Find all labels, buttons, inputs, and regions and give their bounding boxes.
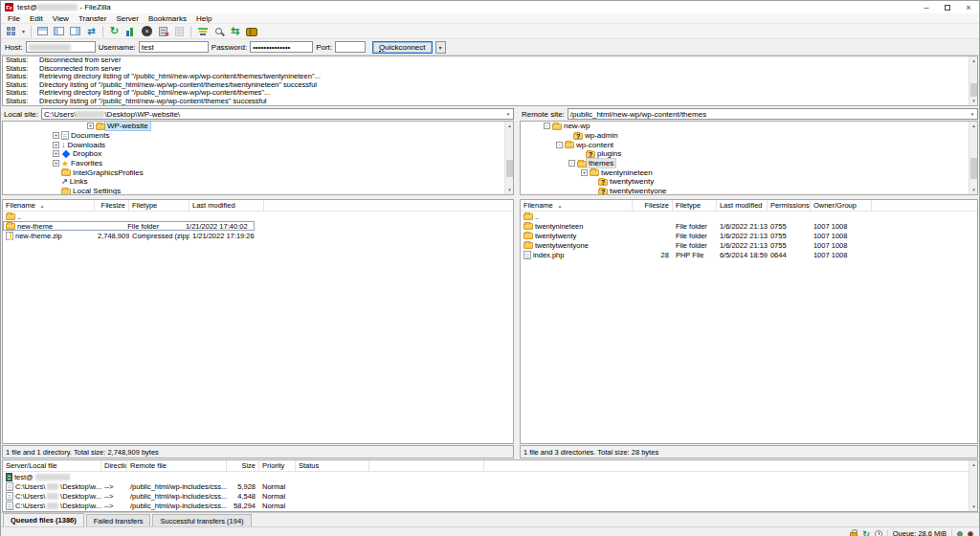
expand-icon[interactable]: + xyxy=(53,150,59,157)
tree-item-wp-admin[interactable]: wp-admin xyxy=(521,131,977,141)
tree-item-wp-website[interactable]: + WP-website xyxy=(3,122,513,131)
column-filetype[interactable]: Filetype xyxy=(129,200,189,211)
tree-item-wp-content[interactable]: - wp-content xyxy=(521,140,977,149)
maximize-button[interactable] xyxy=(937,1,958,13)
refresh-icon[interactable]: ↻ xyxy=(106,25,122,38)
file-row-parent[interactable]: .. xyxy=(521,212,977,221)
scroll-up-icon[interactable]: ▴ xyxy=(969,122,978,130)
toggle-queue-icon[interactable]: ⇄ xyxy=(83,25,100,38)
password-input[interactable] xyxy=(250,41,313,53)
toggle-remote-tree-icon[interactable] xyxy=(67,25,83,38)
tree-item-twentynineteen[interactable]: + twentynineteen xyxy=(521,168,977,177)
toggle-log-icon[interactable] xyxy=(34,25,51,38)
scroll-up-icon[interactable]: ▴ xyxy=(969,460,978,469)
close-button[interactable]: × xyxy=(958,1,979,13)
process-queue-icon[interactable] xyxy=(122,25,139,38)
menu-help[interactable]: Help xyxy=(191,14,216,23)
tree-item-documents[interactable]: + Documents xyxy=(3,131,513,141)
column-filetype[interactable]: Filetype xyxy=(673,200,717,211)
queue-row[interactable]: C:\Users\\Desktop\w... --> /public_html/… xyxy=(3,491,977,501)
tree-item-links[interactable]: ↗ Links xyxy=(3,177,513,187)
file-row-new-theme[interactable]: new-theme File folder 1/21/2022 17:40:02 xyxy=(3,221,255,231)
tree-item-twentytwentyone[interactable]: twentytwentyone xyxy=(521,187,977,195)
tree-item-downloads[interactable]: + ↓ Downloads xyxy=(3,140,513,149)
scroll-down-icon[interactable]: ▾ xyxy=(969,97,978,105)
column-server-local-file[interactable]: Server/Local file xyxy=(3,460,101,471)
compare-icon[interactable] xyxy=(211,25,227,38)
file-row-twentytwentyone[interactable]: twentytwentyone File folder 1/6/2022 21:… xyxy=(521,240,977,250)
tree-item-favorites[interactable]: + ★ Favorites xyxy=(3,159,513,168)
remote-path-combo[interactable]: /public_html/new-wp/wp-content/themes ▾ xyxy=(568,108,978,120)
collapse-icon[interactable]: - xyxy=(556,142,563,148)
queue-server-row[interactable]: test@ xyxy=(3,472,977,481)
file-row-twentynineteen[interactable]: twentynineteen File folder 1/6/2022 21:1… xyxy=(521,221,977,231)
collapse-icon[interactable]: - xyxy=(568,160,575,167)
reconnect-icon[interactable] xyxy=(171,25,188,38)
local-tree-scrollbar[interactable]: ▴ ▾ xyxy=(504,122,513,194)
column-direction[interactable]: Direction xyxy=(101,460,127,471)
menu-view[interactable]: View xyxy=(48,14,74,23)
tree-item-new-wp[interactable]: - new-wp xyxy=(521,122,977,131)
quickconnect-button[interactable]: Quickconnect xyxy=(372,41,432,54)
file-row-parent[interactable]: .. xyxy=(3,212,513,221)
column-permissions[interactable]: Permissions xyxy=(768,200,811,211)
host-input[interactable] xyxy=(26,41,96,53)
scroll-down-icon[interactable]: ▾ xyxy=(969,186,978,194)
remote-tree-scrollbar[interactable]: ▴ ▾ xyxy=(969,122,977,194)
tree-item-plugins[interactable]: plugins xyxy=(521,149,977,159)
tab-successful-transfers[interactable]: Successful transfers (194) xyxy=(152,514,251,526)
local-path-combo[interactable]: C:\Users\\Desktop\WP-website\ ▾ xyxy=(41,108,514,120)
minimize-button[interactable]: – xyxy=(916,1,937,13)
queue-scrollbar[interactable]: ▴ ▾ xyxy=(969,460,977,511)
column-status[interactable]: Status xyxy=(296,460,369,471)
tree-item-twentytwenty[interactable]: twentytwenty xyxy=(521,177,977,187)
expand-icon[interactable]: + xyxy=(53,142,59,148)
log-scrollbar[interactable]: ▴ ▾ xyxy=(969,56,977,105)
scroll-up-icon[interactable]: ▴ xyxy=(969,56,978,65)
cancel-icon[interactable]: × xyxy=(139,25,155,38)
chevron-down-icon[interactable]: ▾ xyxy=(968,109,977,119)
sync-browse-icon[interactable]: ⇆ xyxy=(227,25,243,38)
collapse-icon[interactable]: - xyxy=(544,123,550,129)
tree-item-dropbox[interactable]: + Dropbox xyxy=(3,149,513,159)
disconnect-icon[interactable]: × xyxy=(155,25,171,38)
column-owner-group[interactable]: Owner/Group xyxy=(811,200,872,211)
file-row-twentytwenty[interactable]: twentytwenty File folder 1/6/2022 21:13:… xyxy=(521,231,977,240)
tree-item-themes[interactable]: - themes xyxy=(521,159,977,168)
port-input[interactable] xyxy=(335,41,366,53)
chevron-down-icon[interactable]: ▾ xyxy=(503,109,513,119)
tree-item-local-settings[interactable]: Local Settings xyxy=(3,187,513,195)
queue-row[interactable]: C:\Users\\Desktop\w... --> /public_html/… xyxy=(3,501,977,510)
column-filename[interactable]: Filename▴ xyxy=(3,200,95,211)
filter-icon[interactable] xyxy=(194,25,211,38)
site-manager-dropdown[interactable]: ▾ xyxy=(19,25,28,38)
scroll-down-icon[interactable]: ▾ xyxy=(969,502,978,511)
column-last-modified[interactable]: Last modified xyxy=(717,200,768,211)
queue-row[interactable]: C:\Users\\Desktop\w... --> /public_html/… xyxy=(3,481,977,491)
file-row-new-theme-zip[interactable]: new-theme.zip 2,748,909 Compressed (zipp… xyxy=(3,231,513,240)
file-row-index-php[interactable]: index.php 28 PHP File 6/5/2014 18:59:...… xyxy=(521,250,977,259)
menu-server[interactable]: Server xyxy=(111,14,144,23)
site-manager-icon[interactable] xyxy=(3,25,19,38)
column-filesize[interactable]: Filesize xyxy=(633,200,673,211)
column-last-modified[interactable]: Last modified xyxy=(189,200,264,211)
scroll-down-icon[interactable]: ▾ xyxy=(505,186,514,194)
expand-icon[interactable]: + xyxy=(53,132,59,139)
menu-edit[interactable]: Edit xyxy=(25,14,48,23)
expand-icon[interactable]: + xyxy=(87,123,94,129)
column-filesize[interactable]: Filesize xyxy=(95,200,129,211)
column-remote-file[interactable]: Remote file xyxy=(127,460,227,471)
tree-item-intelgraphicsprofiles[interactable]: IntelGraphicsProfiles xyxy=(3,168,513,177)
quickconnect-dropdown[interactable]: ▾ xyxy=(435,41,446,54)
column-filename[interactable]: Filename▴ xyxy=(521,200,633,211)
expand-icon[interactable]: + xyxy=(53,160,59,167)
menu-file[interactable]: File xyxy=(3,14,25,23)
toggle-local-tree-icon[interactable] xyxy=(51,25,67,38)
find-files-icon[interactable] xyxy=(243,25,259,38)
username-input[interactable] xyxy=(139,41,209,53)
column-priority[interactable]: Priority xyxy=(259,460,296,471)
tab-queued-files[interactable]: Queued files (1386) xyxy=(3,513,84,526)
expand-icon[interactable]: + xyxy=(581,169,588,176)
menu-bookmarks[interactable]: Bookmarks xyxy=(144,14,191,23)
tab-failed-transfers[interactable]: Failed transfers xyxy=(86,514,151,526)
